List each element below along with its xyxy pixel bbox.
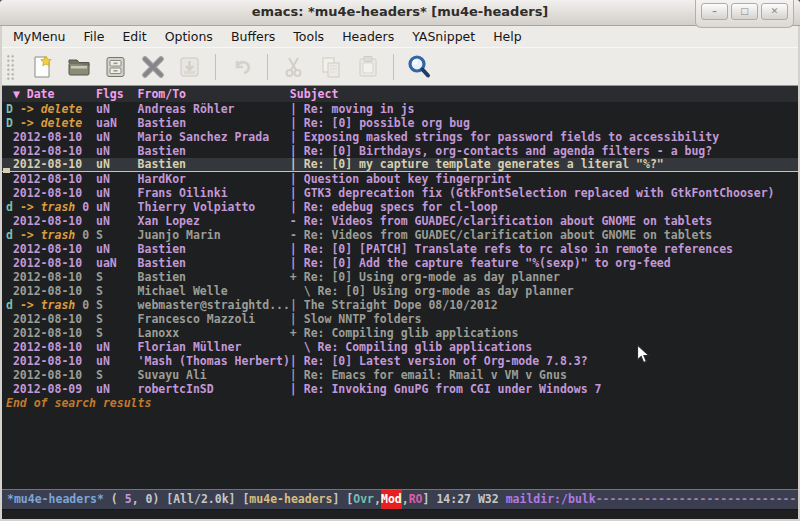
column-headers[interactable]: ▼ Date Flgs From/To Subject [2,86,798,102]
window-controls: –□✕ [695,0,794,28]
modeline-segment: , 0) [All/2.0k] [ [132,490,250,509]
paste-button [354,53,381,81]
mark-char: d [6,298,13,312]
mark-action: -> delete [20,116,82,130]
cut-button [280,53,307,81]
modeline-segment: Ovr [353,490,374,509]
new-file-button[interactable] [28,53,55,81]
message-row[interactable]: 2012-08-10 uaN Bastien | Re: [0] Add the… [2,256,798,270]
modeline-segment: , [374,490,381,509]
undo-icon [229,54,255,80]
search-icon [406,53,433,80]
save-icon [103,54,129,80]
modeline-segment: *mu4e-headers* [7,490,104,509]
open-folder-button[interactable] [65,53,92,81]
mode-line: *mu4e-headers* ( 5, 0) [All/2.0k] [mu4e-… [2,489,798,510]
menu-help[interactable]: Help [484,27,531,46]
modeline-segment: Mod [381,490,402,509]
message-row[interactable]: 2012-08-10 uN Bastien | Re: [0] Birthday… [2,144,798,158]
menu-bar: MyMenuFileEditOptionsBuffersToolsHeaders… [2,26,798,47]
mark-action: -> trash [20,200,75,214]
message-list: D -> delete uN Andreas Röhler | Re: movi… [2,102,798,396]
menu-yasnippet[interactable]: YASnippet [403,27,484,46]
mark-char: D [6,116,13,130]
end-of-search-note: End of search results [6,396,151,410]
message-row[interactable]: 2012-08-10 uN Florian Müllner \ Re: Comp… [2,340,798,354]
close-button[interactable]: ✕ [761,3,788,20]
message-row[interactable]: D -> delete uN Andreas Röhler | Re: movi… [2,102,798,116]
modeline-segment: 14:27 W32 [436,490,505,509]
modeline-segment: maildir:/bulk [506,490,596,509]
message-row[interactable]: D -> delete uaN Bastien | Re: [0] possib… [2,116,798,130]
copy-button [317,53,344,81]
save-button[interactable] [102,53,129,81]
message-row[interactable]: 2012-08-10 S Lanoxx + Re: Compiling glib… [2,326,798,340]
message-row[interactable]: 2012-08-10 uN Mario Sanchez Prada | Expo… [2,130,798,144]
message-row[interactable]: 2012-08-09 uN robertcInSD | Re: Invoking… [2,382,798,396]
toolbar-grip-handle[interactable] [6,54,15,80]
search-button[interactable] [406,53,433,81]
title-bar[interactable]: emacs: *mu4e-headers* [mu4e-headers] –□✕ [0,0,800,26]
copy-icon [318,54,344,80]
message-row[interactable]: 2012-08-10 uN Xan Lopez - Re: Videos fro… [2,214,798,228]
save-as-button [176,53,203,81]
message-row[interactable]: 2012-08-10 S Michael Welle \ Re: [0] Usi… [2,284,798,298]
message-row[interactable]: 2012-08-10 uN Frans Oilinki | GTK3 depre… [2,186,798,200]
cut-icon [281,54,307,80]
toolbar-separator [393,54,394,80]
paste-icon [355,54,381,80]
menu-file[interactable]: File [75,27,114,46]
menu-tools[interactable]: Tools [284,27,333,46]
modeline-segment: 5 [125,490,132,509]
modeline-segment: ] [423,490,437,509]
modeline-segment: ----------------------------------------… [596,490,798,509]
menu-edit[interactable]: Edit [113,27,155,46]
message-row[interactable]: 2012-08-10 uN Bastien | Re: [0] my captu… [2,158,798,172]
menu-buffers[interactable]: Buffers [222,27,284,46]
close-buffer-button[interactable] [139,53,166,81]
modeline-segment: mu4e-headers [249,490,332,509]
message-row[interactable]: 2012-08-10 uN HardKor | Question about k… [2,172,798,186]
message-row[interactable]: 2012-08-10 S Bastien + Re: [0] Using org… [2,270,798,284]
modeline-segment: , [402,490,409,509]
frame: MyMenuFileEditOptionsBuffersToolsHeaders… [0,26,800,521]
menu-headers[interactable]: Headers [333,27,403,46]
maximize-button[interactable]: □ [731,3,758,20]
toolbar-separator [267,54,268,80]
message-row[interactable]: d -> trash 0 uN Thierry Volpiatto | Re: … [2,200,798,214]
mu4e-headers-buffer: ▼ Date Flgs From/To Subject D -> delete … [2,86,798,489]
window-title: emacs: *mu4e-headers* [mu4e-headers] [0,4,800,19]
menu-mymenu[interactable]: MyMenu [4,27,75,46]
menu-options[interactable]: Options [156,27,222,46]
toolbar [2,47,798,86]
message-row[interactable]: 2012-08-10 S Suvayu Ali | Re: Emacs for … [2,368,798,382]
mark-action: -> trash [20,298,75,312]
mark-char: D [6,102,13,116]
modeline-segment: ] [ [332,490,353,509]
message-row[interactable]: d -> trash 0 S webmaster@straightd...| T… [2,298,798,312]
minimize-button[interactable]: – [701,3,728,20]
message-row[interactable]: 2012-08-10 uN Bastien | Re: [0] [PATCH] … [2,242,798,256]
open-folder-icon [66,54,92,80]
modeline-segment: ( [104,490,125,509]
message-row[interactable]: d -> trash 0 S Juanjo Marin - Re: Videos… [2,228,798,242]
mark-action: -> trash [20,228,75,242]
save-as-icon [177,54,203,80]
undo-button [228,53,255,81]
new-file-icon [29,54,55,80]
mark-action: -> delete [20,102,82,116]
minibuffer[interactable] [2,510,798,519]
emacs-window: emacs: *mu4e-headers* [mu4e-headers] –□✕… [0,0,800,521]
mark-char: d [6,200,13,214]
mark-char: d [6,228,13,242]
close-buffer-icon [140,54,166,80]
toolbar-separator [215,54,216,80]
modeline-segment: RO [409,490,423,509]
message-row[interactable]: 2012-08-10 S Francesco Mazzoli | Slow NN… [2,312,798,326]
message-row[interactable]: 2012-08-10 uN 'Mash (Thomas Herbert)| Re… [2,354,798,368]
